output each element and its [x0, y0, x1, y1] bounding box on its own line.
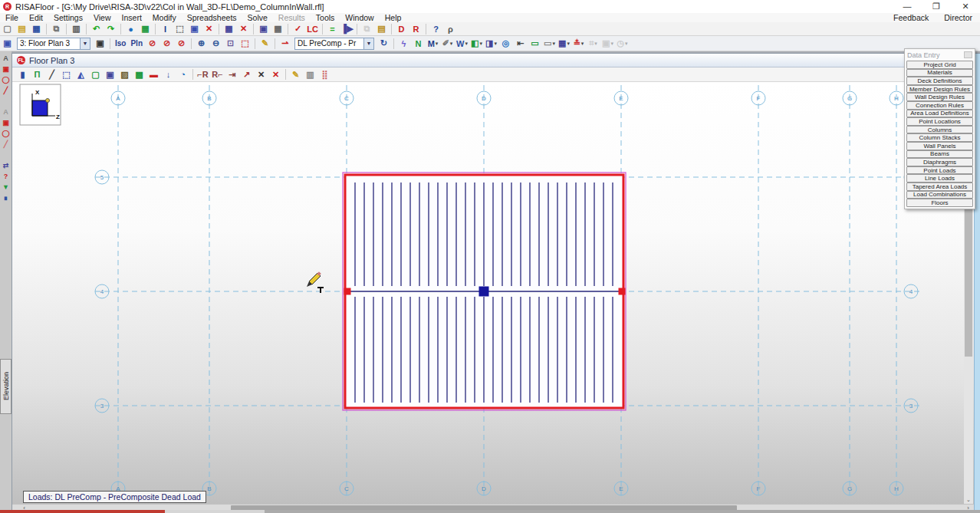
data-entry-header[interactable]: Data Entry	[905, 49, 975, 61]
data-entry-item-floors[interactable]: Floors	[906, 199, 973, 207]
data-entry-item-area-load-definitions[interactable]: Area Load Definitions	[906, 110, 973, 118]
film-icon[interactable]: ▦▾	[557, 38, 571, 49]
draw-line-icon[interactable]: ╱	[45, 69, 58, 81]
data-entry-item-materials[interactable]: Materials	[906, 69, 973, 77]
search-icon[interactable]: ρ	[444, 23, 457, 35]
data-entry-item-connection-rules[interactable]: Connection Rules	[906, 101, 973, 110]
view-grid-icon[interactable]: ⣿	[318, 69, 331, 81]
new-file-icon[interactable]: ▢	[1, 23, 14, 35]
box-unselect-icon[interactable]: ▣	[1, 117, 11, 127]
window-tile-icon[interactable]: ▣	[257, 23, 270, 35]
data-entry-item-wall-design-rules[interactable]: Wall Design Rules	[906, 93, 973, 101]
grid-window-icon[interactable]: ▣	[104, 69, 117, 81]
distance-icon[interactable]: ⇤	[514, 38, 527, 49]
menu-spreadsheets[interactable]: Spreadsheets	[182, 13, 242, 22]
zoom-box-icon[interactable]: ⊡	[224, 38, 237, 49]
select-all-icon[interactable]: A	[1, 53, 11, 63]
wind-load-icon[interactable]: ϟ	[397, 38, 410, 49]
zoom-in-icon[interactable]: ⊕	[195, 38, 208, 49]
scroll-down-arrow[interactable]: ⌄	[964, 495, 973, 504]
menu-view[interactable]: View	[88, 13, 117, 22]
node-labels-icon[interactable]: N	[412, 38, 425, 49]
risa-design-icon[interactable]: D	[395, 23, 408, 35]
drawing-canvas[interactable]: XZAABBCCDDEEFFGGHH554433	[12, 82, 979, 504]
menu-window[interactable]: Window	[340, 13, 379, 22]
spin-load-icon[interactable]: ↻	[377, 38, 390, 49]
globe-snap-icon[interactable]: ◔	[176, 69, 189, 81]
copy-icon[interactable]: ⧉	[50, 23, 63, 35]
criteria-selection-icon[interactable]: ?	[1, 171, 11, 181]
view-columns-icon[interactable]: ▥	[304, 69, 317, 81]
pin-icon[interactable]: ↓	[162, 69, 175, 81]
button-view-icon[interactable]: ▭▾	[543, 38, 556, 49]
close-button[interactable]: ✕	[951, 0, 980, 13]
slab-edge-icon[interactable]: ▢	[89, 69, 102, 81]
data-entry-item-line-loads[interactable]: Line Loads	[906, 174, 973, 183]
wall-results-icon[interactable]: W▾	[455, 38, 469, 49]
deflection-icon[interactable]: ≛▾	[572, 38, 585, 49]
menu-help[interactable]: Help	[380, 13, 407, 22]
data-entry-item-point-locations[interactable]: Point Locations	[906, 117, 973, 126]
red-beam-icon[interactable]: ▬	[147, 69, 160, 81]
edit-pencil-icon[interactable]: ✎	[289, 69, 302, 81]
apply-load-icon[interactable]: ⇀	[278, 38, 291, 49]
unselect-all-icon[interactable]: A	[1, 107, 11, 117]
menu-solve[interactable]: Solve	[242, 13, 273, 22]
undo-icon[interactable]: ↶	[90, 23, 103, 35]
screen-capture-icon[interactable]: ▭	[528, 38, 541, 49]
data-entry-item-diaphragms[interactable]: Diaphragms	[906, 158, 973, 166]
film-icon-dropdown[interactable]: ▾	[567, 41, 570, 47]
menu-insert[interactable]: Insert	[117, 13, 147, 22]
draw-wall-icon[interactable]: ▨	[118, 69, 131, 81]
window-grid-icon[interactable]: ▦	[271, 23, 284, 35]
data-entry-close-icon[interactable]	[964, 51, 972, 58]
lock-unselected-icon[interactable]: ∎	[1, 192, 11, 202]
floor-plan-select-arrow-icon[interactable]: ▼	[80, 38, 90, 49]
redo-icon[interactable]: ↷	[104, 23, 117, 35]
release-left-icon[interactable]: ⌐R	[196, 69, 209, 81]
invert-selection-icon[interactable]: ⇄	[1, 160, 11, 170]
deck-area-icon[interactable]: ▩	[133, 69, 146, 81]
animate-icon[interactable]: ▐▶	[340, 23, 354, 35]
plate-toggle-icon-dropdown[interactable]: ▾	[610, 41, 613, 47]
member-labels-icon-dropdown[interactable]: ▾	[436, 41, 439, 47]
color-plot-icon[interactable]: ◧▾	[470, 38, 483, 49]
data-entry-item-wall-panels[interactable]: Wall Panels	[906, 142, 973, 150]
load-case-select[interactable]: DL PreComp - Pr▼	[294, 38, 374, 50]
selection-box-icon[interactable]: ⬚	[173, 23, 186, 35]
wall-results-icon-dropdown[interactable]: ▾	[465, 41, 468, 47]
spreadsheet-icon[interactable]: ▦	[222, 23, 235, 35]
draw-deck-icon[interactable]: ⬚	[60, 69, 73, 81]
polygon-select-icon[interactable]: ◯	[1, 74, 11, 84]
connector-icon-dropdown[interactable]: ▾	[450, 41, 453, 47]
history-clock-icon-dropdown[interactable]: ▾	[625, 41, 628, 47]
data-entry-item-point-loads[interactable]: Point Loads	[906, 166, 973, 175]
render-icon[interactable]: ◨▾	[485, 38, 498, 49]
close-red-icon[interactable]: ✕	[202, 23, 215, 35]
data-entry-item-columns[interactable]: Columns	[906, 126, 973, 134]
rotate-z-icon[interactable]: ⊘	[175, 38, 188, 49]
box-select-icon[interactable]: ▣	[1, 64, 11, 74]
member-properties-icon[interactable]: I	[159, 23, 172, 35]
solve-check-icon[interactable]: ✓	[291, 23, 304, 35]
budget-icon[interactable]: ▣	[188, 23, 201, 35]
floor-plan-titlebar[interactable]: FL Floor Plan 3	[12, 54, 979, 67]
data-entry-item-beams[interactable]: Beams	[906, 150, 973, 159]
load-case-select-arrow-icon[interactable]: ▼	[363, 38, 373, 49]
rotate-y-icon[interactable]: ⊘	[160, 38, 173, 49]
risa-3d-icon[interactable]: R	[409, 23, 423, 35]
line-select-icon[interactable]: ╱	[1, 85, 11, 95]
button-view-icon-dropdown[interactable]: ▾	[552, 41, 555, 47]
elevation-tab[interactable]: Elevation	[0, 359, 12, 414]
draw-column-icon[interactable]: ▮	[16, 69, 29, 81]
zoom-out-icon[interactable]: ⊖	[209, 38, 222, 49]
data-entry-item-member-design-rules[interactable]: Member Design Rules	[906, 85, 973, 94]
menu-feedback[interactable]: Feedback	[886, 13, 936, 22]
connector-icon[interactable]: ✐▾	[441, 38, 454, 49]
draw-beam-icon[interactable]: Π	[31, 69, 44, 81]
grid-toggle-icon-dropdown[interactable]: ▾	[594, 41, 597, 47]
rotate-x-icon[interactable]: ⊘	[146, 38, 159, 49]
redraw-pencil-icon[interactable]: ✎	[258, 38, 271, 49]
data-entry-item-project-grid[interactable]: Project Grid	[906, 61, 973, 69]
deflection-icon-dropdown[interactable]: ▾	[581, 41, 584, 47]
